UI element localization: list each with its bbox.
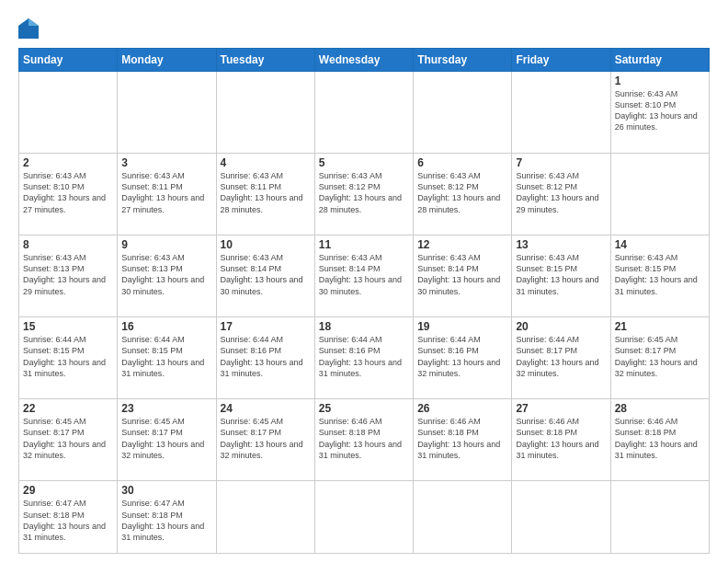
calendar-cell: 20 Sunrise: 6:44 AMSunset: 8:17 PMDaylig… — [512, 317, 610, 399]
page: SundayMondayTuesdayWednesdayThursdayFrid… — [0, 0, 728, 563]
day-info: Sunrise: 6:43 AMSunset: 8:11 PMDaylight:… — [221, 171, 303, 213]
calendar-cell: 21 Sunrise: 6:45 AMSunset: 8:17 PMDaylig… — [610, 317, 709, 399]
day-info: Sunrise: 6:44 AMSunset: 8:16 PMDaylight:… — [221, 335, 303, 377]
day-number: 17 — [221, 320, 311, 333]
calendar-cell — [216, 72, 314, 154]
day-info: Sunrise: 6:43 AMSunset: 8:15 PMDaylight:… — [615, 253, 698, 295]
day-number: 14 — [615, 238, 705, 251]
day-info: Sunrise: 6:44 AMSunset: 8:16 PMDaylight:… — [417, 335, 500, 377]
day-info: Sunrise: 6:43 AMSunset: 8:13 PMDaylight:… — [23, 253, 106, 295]
calendar-cell: 8 Sunrise: 6:43 AMSunset: 8:13 PMDayligh… — [19, 236, 118, 317]
day-number: 30 — [121, 484, 211, 497]
calendar-cell: 9 Sunrise: 6:43 AMSunset: 8:13 PMDayligh… — [118, 236, 216, 317]
calendar-cell: 23 Sunrise: 6:45 AMSunset: 8:17 PMDaylig… — [118, 399, 216, 481]
calendar-cell — [414, 72, 512, 154]
day-info: Sunrise: 6:43 AMSunset: 8:11 PMDaylight:… — [121, 171, 204, 213]
col-header-wednesday: Wednesday — [314, 49, 413, 72]
day-number: 10 — [221, 238, 311, 251]
day-info: Sunrise: 6:45 AMSunset: 8:17 PMDaylight:… — [121, 417, 204, 459]
day-info: Sunrise: 6:44 AMSunset: 8:16 PMDaylight:… — [319, 335, 402, 377]
day-info: Sunrise: 6:43 AMSunset: 8:14 PMDaylight:… — [221, 253, 303, 295]
calendar-cell: 28 Sunrise: 6:46 AMSunset: 8:18 PMDaylig… — [610, 399, 709, 481]
day-number: 19 — [417, 320, 507, 333]
calendar-cell — [512, 481, 610, 554]
day-number: 2 — [23, 156, 113, 169]
calendar-row: 1 Sunrise: 6:43 AMSunset: 8:10 PMDayligh… — [19, 72, 710, 154]
day-info: Sunrise: 6:43 AMSunset: 8:10 PMDaylight:… — [615, 89, 698, 132]
calendar-row: 22 Sunrise: 6:45 AMSunset: 8:17 PMDaylig… — [19, 399, 710, 481]
day-number: 1 — [615, 75, 705, 87]
calendar-cell: 22 Sunrise: 6:45 AMSunset: 8:17 PMDaylig… — [19, 399, 118, 481]
calendar-cell: 24 Sunrise: 6:45 AMSunset: 8:17 PMDaylig… — [216, 399, 314, 481]
day-number: 27 — [516, 402, 606, 415]
day-info: Sunrise: 6:43 AMSunset: 8:13 PMDaylight:… — [121, 253, 204, 295]
day-number: 23 — [121, 402, 211, 415]
day-info: Sunrise: 6:43 AMSunset: 8:10 PMDaylight:… — [23, 171, 106, 213]
svg-marker-1 — [28, 18, 39, 26]
col-header-sunday: Sunday — [19, 49, 118, 72]
calendar-cell: 16 Sunrise: 6:44 AMSunset: 8:15 PMDaylig… — [118, 317, 216, 399]
calendar-row: 29 Sunrise: 6:47 AMSunset: 8:18 PMDaylig… — [19, 481, 710, 554]
calendar-cell — [512, 72, 610, 154]
calendar-row: 8 Sunrise: 6:43 AMSunset: 8:13 PMDayligh… — [19, 236, 710, 317]
calendar-cell — [610, 154, 709, 236]
calendar-cell — [314, 481, 413, 554]
day-number: 25 — [319, 402, 409, 415]
day-number: 24 — [221, 402, 311, 415]
day-info: Sunrise: 6:44 AMSunset: 8:17 PMDaylight:… — [516, 335, 598, 377]
logo-icon — [18, 18, 39, 39]
calendar-header-row: SundayMondayTuesdayWednesdayThursdayFrid… — [19, 49, 710, 72]
calendar-cell: 2 Sunrise: 6:43 AMSunset: 8:10 PMDayligh… — [19, 154, 118, 236]
calendar-cell — [414, 481, 512, 554]
day-info: Sunrise: 6:44 AMSunset: 8:15 PMDaylight:… — [23, 335, 106, 377]
col-header-monday: Monday — [118, 49, 216, 72]
day-number: 22 — [23, 402, 113, 415]
calendar-cell: 11 Sunrise: 6:43 AMSunset: 8:14 PMDaylig… — [314, 236, 413, 317]
col-header-friday: Friday — [512, 49, 610, 72]
logo — [18, 17, 42, 39]
calendar-cell: 1 Sunrise: 6:43 AMSunset: 8:10 PMDayligh… — [610, 72, 709, 154]
calendar-cell: 5 Sunrise: 6:43 AMSunset: 8:12 PMDayligh… — [314, 154, 413, 236]
col-header-tuesday: Tuesday — [216, 49, 314, 72]
calendar-cell: 12 Sunrise: 6:43 AMSunset: 8:14 PMDaylig… — [414, 236, 512, 317]
day-info: Sunrise: 6:46 AMSunset: 8:18 PMDaylight:… — [417, 417, 500, 459]
calendar-cell — [610, 481, 709, 554]
day-number: 29 — [23, 484, 113, 497]
day-info: Sunrise: 6:46 AMSunset: 8:18 PMDaylight:… — [319, 417, 402, 459]
day-number: 13 — [516, 238, 606, 251]
calendar-cell: 17 Sunrise: 6:44 AMSunset: 8:16 PMDaylig… — [216, 317, 314, 399]
calendar-table: SundayMondayTuesdayWednesdayThursdayFrid… — [18, 48, 710, 554]
day-number: 9 — [121, 238, 211, 251]
day-number: 12 — [417, 238, 507, 251]
calendar-cell: 18 Sunrise: 6:44 AMSunset: 8:16 PMDaylig… — [314, 317, 413, 399]
day-info: Sunrise: 6:44 AMSunset: 8:15 PMDaylight:… — [121, 335, 204, 377]
day-number: 8 — [23, 238, 113, 251]
day-info: Sunrise: 6:45 AMSunset: 8:17 PMDaylight:… — [615, 335, 698, 377]
calendar-cell — [118, 72, 216, 154]
day-info: Sunrise: 6:43 AMSunset: 8:14 PMDaylight:… — [319, 253, 402, 295]
calendar-cell: 15 Sunrise: 6:44 AMSunset: 8:15 PMDaylig… — [19, 317, 118, 399]
day-info: Sunrise: 6:46 AMSunset: 8:18 PMDaylight:… — [516, 417, 598, 459]
calendar-cell — [216, 481, 314, 554]
day-info: Sunrise: 6:43 AMSunset: 8:12 PMDaylight:… — [417, 171, 500, 213]
calendar-cell: 14 Sunrise: 6:43 AMSunset: 8:15 PMDaylig… — [610, 236, 709, 317]
day-number: 26 — [417, 402, 507, 415]
header — [18, 17, 710, 39]
day-number: 3 — [121, 156, 211, 169]
day-info: Sunrise: 6:43 AMSunset: 8:12 PMDaylight:… — [516, 171, 598, 213]
day-info: Sunrise: 6:43 AMSunset: 8:14 PMDaylight:… — [417, 253, 500, 295]
calendar-row: 2 Sunrise: 6:43 AMSunset: 8:10 PMDayligh… — [19, 154, 710, 236]
calendar-cell: 27 Sunrise: 6:46 AMSunset: 8:18 PMDaylig… — [512, 399, 610, 481]
day-info: Sunrise: 6:45 AMSunset: 8:17 PMDaylight:… — [23, 417, 106, 459]
day-info: Sunrise: 6:47 AMSunset: 8:18 PMDaylight:… — [121, 499, 204, 541]
day-number: 6 — [417, 156, 507, 169]
day-number: 21 — [615, 320, 705, 333]
day-number: 15 — [23, 320, 113, 333]
calendar-cell — [19, 72, 118, 154]
calendar-cell: 25 Sunrise: 6:46 AMSunset: 8:18 PMDaylig… — [314, 399, 413, 481]
calendar-cell: 3 Sunrise: 6:43 AMSunset: 8:11 PMDayligh… — [118, 154, 216, 236]
day-info: Sunrise: 6:43 AMSunset: 8:15 PMDaylight:… — [516, 253, 598, 295]
calendar-cell: 4 Sunrise: 6:43 AMSunset: 8:11 PMDayligh… — [216, 154, 314, 236]
calendar-cell: 30 Sunrise: 6:47 AMSunset: 8:18 PMDaylig… — [118, 481, 216, 554]
calendar-cell: 13 Sunrise: 6:43 AMSunset: 8:15 PMDaylig… — [512, 236, 610, 317]
